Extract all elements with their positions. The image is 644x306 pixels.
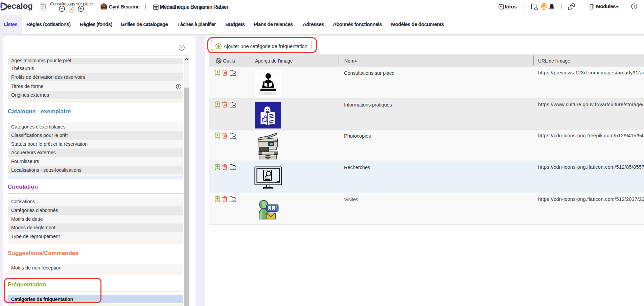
svg-text:0: 0 xyxy=(269,206,271,210)
svg-text:ecalog: ecalog xyxy=(7,1,33,10)
svg-text:0: 0 xyxy=(273,206,275,210)
